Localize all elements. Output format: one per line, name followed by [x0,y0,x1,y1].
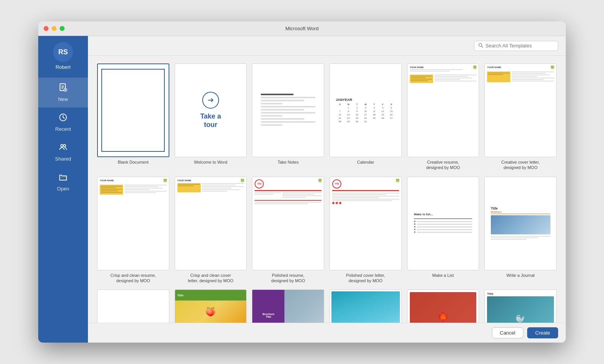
svg-line-13 [482,46,483,47]
creative-cover-label: Creative cover letter, designed by MOO [498,159,544,171]
newsletter-thumbnail: Title 🍑 [175,289,247,323]
template-newsletter[interactable]: Title 🍑 [175,289,247,323]
journal-label: Write a Journal [507,273,535,278]
brochure-inner: BrochureTitle Subtitle [252,290,324,323]
tour-label: Welcome to Word [194,159,227,165]
notes-inner [258,91,318,130]
template-research[interactable]: Title 🦭 Research Paper [484,289,557,323]
list-inner: Make is list... [411,210,475,237]
outline-thumbnail: TITLE [97,289,169,323]
tour-arrow-circle [202,92,219,109]
open-icon [58,172,68,184]
template-journal[interactable]: Title Heading 1 Write a Journal [484,177,557,284]
create-button[interactable]: Create [527,327,558,338]
shared-icon [58,143,68,154]
svg-line-9 [63,117,65,119]
recent-icon [58,113,68,124]
svg-point-10 [61,145,63,147]
paper-toc-thumbnail: 🍁 TITLE Subtitle [407,289,479,323]
traffic-lights [44,26,65,31]
sidebar-item-open[interactable]: Open [38,167,88,197]
window-title: Microsoft Word [285,26,318,31]
minimize-button[interactable] [52,26,57,31]
tour-thumbnail: Take atour [175,63,247,157]
template-tour[interactable]: Take atour Welcome to Word [175,63,247,171]
crisp-cover-inner: 🍀 YOUR NAME [175,177,247,270]
tour-inner: Take atour [200,64,221,157]
template-creative-resume[interactable]: YOUR NAME 🍀 [407,63,479,171]
sidebar-item-shared-label: Shared [55,156,71,162]
polished-cover-label: Polished cover letter, designed by MOO [343,273,388,284]
template-calendar[interactable]: JANYEAR S M T W T F S [330,63,402,171]
sidebar-item-open-label: Open [57,186,69,192]
close-button[interactable] [44,26,49,31]
template-brochure[interactable]: BrochureTitle Subtitle Brochure [252,289,324,323]
newsletter-inner: Title 🍑 [175,290,247,323]
creative-cover-inner: YOUR NAME 🍀 [485,64,556,157]
sidebar-item-recent-label: Recent [55,126,71,132]
creative-resume-label: Creative resume, designed by MOO [420,159,466,171]
footer-bar: Cancel Create [88,323,566,343]
research-inner: Title 🦭 [485,290,556,323]
blank-doc-inner [101,69,165,152]
notes-thumbnail [252,63,324,157]
template-polished-resume[interactable]: 🍀 YN [252,177,324,284]
sidebar-item-new[interactable]: New [38,78,88,107]
calendar-inner: JANYEAR S M T W T F S [333,96,398,125]
research-thumbnail: Title 🦭 [484,289,557,323]
template-blank[interactable]: Blank Document [97,63,169,171]
search-bar-row [88,36,566,56]
polished-resume-thumbnail: 🍀 YN [252,177,324,270]
tour-text: Take atour [200,112,221,129]
flyer-thumbnail: ⛵ For Sale! [330,289,402,323]
list-label: Make a List [432,273,454,278]
template-list[interactable]: Make is list... [407,177,479,284]
template-flyer[interactable]: ⛵ For Sale! Flyer [330,289,402,323]
main-window: Microsoft Word RS Robert [38,21,566,343]
search-input[interactable] [485,43,554,49]
search-icon [478,43,483,49]
crisp-resume-inner: YOUR NAME 🍀 [97,177,169,270]
flyer-inner: ⛵ For Sale! [330,290,401,323]
sidebar-item-recent[interactable]: Recent [38,107,88,137]
journal-inner: Title Heading 1 [489,204,553,243]
creative-cover-thumbnail: YOUR NAME 🍀 [484,63,557,157]
template-polished-cover[interactable]: 🍀 YN [330,177,402,284]
brochure-thumbnail: BrochureTitle Subtitle [252,289,324,323]
cancel-button[interactable]: Cancel [492,327,523,338]
template-crisp-resume[interactable]: YOUR NAME 🍀 [97,177,169,284]
crisp-resume-label: Crisp and clean resume, designed by MOO [110,273,156,284]
template-notes[interactable]: Take Notes [252,63,324,171]
templates-container: Blank Document [88,56,566,323]
journal-thumbnail: Title Heading 1 [484,177,557,270]
avatar: RS [53,42,73,62]
fullscreen-button[interactable] [60,26,65,31]
main-layout: RS Robert New [38,36,566,343]
sidebar: RS Robert New [38,36,88,343]
crisp-cover-thumbnail: 🍀 YOUR NAME [175,177,247,270]
sidebar-item-shared[interactable]: Shared [38,137,88,167]
polished-resume-label: Polished resume, designed by MOO [265,273,311,284]
template-crisp-cover[interactable]: 🍀 YOUR NAME [175,177,247,284]
polished-cover-inner: 🍀 YN [330,177,401,270]
svg-point-11 [63,145,66,147]
titlebar: Microsoft Word [38,21,566,36]
calendar-thumbnail: JANYEAR S M T W T F S [330,63,402,157]
blank-thumbnail [97,63,169,157]
sidebar-item-new-label: New [58,96,68,102]
list-thumbnail: Make is list... [407,177,479,270]
notes-label: Take Notes [278,159,299,165]
template-creative-cover[interactable]: YOUR NAME 🍀 [484,63,557,171]
template-paper-toc[interactable]: 🍁 TITLE Subtitle Paper with Cover and TO… [407,289,479,323]
template-outline[interactable]: TITLE [97,289,169,323]
search-box[interactable] [474,41,558,51]
crisp-resume-thumbnail: YOUR NAME 🍀 [97,177,169,270]
creative-resume-inner: YOUR NAME 🍀 [408,64,479,157]
content-area: Blank Document [88,36,566,343]
templates-grid: Blank Document [97,63,557,323]
paper-toc-inner: 🍁 TITLE Subtitle [408,290,479,323]
polished-cover-thumbnail: 🍀 YN [330,177,402,270]
user-name: Robert [55,64,70,70]
creative-resume-thumbnail: YOUR NAME 🍀 [407,63,479,157]
polished-resume-inner: 🍀 YN [252,177,324,270]
